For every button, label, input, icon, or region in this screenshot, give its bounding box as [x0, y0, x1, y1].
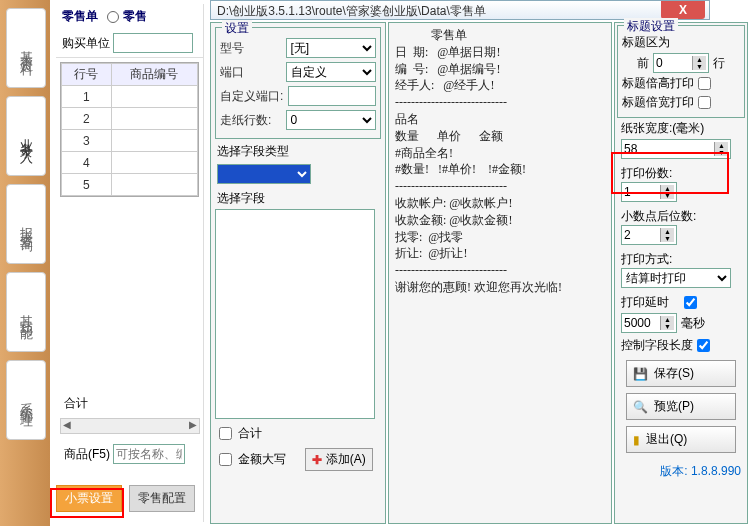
- plus-icon: ✚: [312, 453, 322, 467]
- title-rows-spinner[interactable]: ▲▼: [653, 53, 709, 73]
- buy-unit-input[interactable]: [113, 33, 193, 53]
- print-mode-label: 打印方式:: [621, 251, 741, 268]
- preview-button[interactable]: 🔍 预览(P): [626, 393, 736, 420]
- receipt-settings-button[interactable]: 小票设置: [56, 485, 122, 512]
- model-select[interactable]: [无]: [286, 38, 376, 58]
- paper-width-label: 纸张宽度:(毫米): [621, 120, 741, 137]
- custom-port-input[interactable]: [288, 86, 376, 106]
- col-goods-code[interactable]: 商品编号: [111, 64, 197, 86]
- double-wide-label: 标题倍宽打印: [622, 94, 694, 111]
- spinner-up-icon[interactable]: ▲: [714, 142, 728, 149]
- select-type-label: 选择字段类型: [217, 143, 379, 160]
- copies-spinner[interactable]: ▲▼: [621, 182, 677, 202]
- goods-search-input[interactable]: [113, 444, 185, 464]
- retail-panel: 零售单 零售 购买单位 行号 商品编号 1 2 3 4 5 合计 商品(F5): [56, 4, 204, 522]
- copies-label: 打印份数:: [621, 165, 741, 182]
- title-settings-panel: 标题设置 标题区为 前 ▲▼ 行 标题倍高打印 标题倍宽打印 纸张宽度:(毫米)…: [614, 22, 748, 524]
- retail-radio-icon[interactable]: [107, 11, 119, 23]
- table-row[interactable]: 4: [62, 152, 198, 174]
- double-high-label: 标题倍高打印: [622, 75, 694, 92]
- port-select[interactable]: 自定义: [286, 62, 376, 82]
- model-label: 型号: [220, 40, 282, 57]
- close-button[interactable]: X: [661, 1, 705, 19]
- preview-text: 零售单 日 期: @单据日期! 编 号: @单据编号! 经手人: @经手人! -…: [395, 27, 605, 296]
- add-button[interactable]: ✚ 添加(A): [305, 448, 373, 471]
- spinner-down-icon[interactable]: ▼: [714, 149, 728, 156]
- select-field-label: 选择字段: [217, 190, 379, 207]
- exit-button[interactable]: ▮ 退出(Q): [626, 426, 736, 453]
- settings-group-label: 设置: [222, 20, 252, 37]
- ctrl-len-label: 控制字段长度: [621, 337, 693, 354]
- delay-spinner[interactable]: ▲▼: [621, 313, 677, 333]
- horizontal-scrollbar[interactable]: [60, 418, 200, 434]
- ctrl-len-checkbox[interactable]: [697, 339, 710, 352]
- delay-checkbox[interactable]: [684, 296, 697, 309]
- total-checkbox-label: 合计: [238, 425, 262, 442]
- window-title-bar: D:\创业版3.5.1.13\route\管家婆创业版\Data\零售单 X: [210, 0, 710, 20]
- field-listbox[interactable]: [215, 209, 375, 419]
- side-tab-other[interactable]: 其它功能: [6, 272, 46, 352]
- buy-unit-label: 购买单位: [62, 36, 110, 50]
- title-after-label: 行: [713, 55, 725, 72]
- print-mode-select[interactable]: 结算时打印: [621, 268, 731, 288]
- panel-title: 零售单: [62, 9, 98, 23]
- total-checkbox[interactable]: [219, 427, 232, 440]
- settings-panel: 设置 型号 [无] 端口 自定义 自定义端口: 走纸行数: 0 选择字段类型 选…: [210, 22, 386, 524]
- retail-radio-label: 零售: [123, 9, 147, 23]
- side-tab-system[interactable]: 系统管理: [6, 360, 46, 440]
- double-wide-checkbox[interactable]: [698, 96, 711, 109]
- magnifier-icon: 🔍: [633, 400, 648, 414]
- paper-lines-label: 走纸行数:: [220, 112, 282, 129]
- total-label: 合计: [64, 395, 88, 412]
- version-label: 版本: 1.8.8.990: [615, 459, 747, 484]
- goods-search-label: 商品(F5): [64, 447, 110, 461]
- side-tab-report[interactable]: 报表查询: [6, 184, 46, 264]
- save-icon: 💾: [633, 367, 648, 381]
- uppercase-checkbox-label: 金额大写: [238, 451, 286, 468]
- items-grid: 行号 商品编号 1 2 3 4 5: [60, 62, 199, 197]
- spinner-up-icon[interactable]: ▲: [692, 56, 706, 63]
- col-rownum[interactable]: 行号: [62, 64, 112, 86]
- decimals-spinner[interactable]: ▲▼: [621, 225, 677, 245]
- table-row[interactable]: 5: [62, 174, 198, 196]
- retail-config-button[interactable]: 零售配置: [129, 485, 195, 512]
- field-type-select[interactable]: [217, 164, 311, 184]
- exit-icon: ▮: [633, 433, 640, 447]
- side-tab-entry[interactable]: 业务录入: [6, 96, 46, 176]
- table-row[interactable]: 1: [62, 86, 198, 108]
- save-button[interactable]: 💾 保存(S): [626, 360, 736, 387]
- delay-label: 打印延时: [621, 294, 669, 311]
- uppercase-checkbox[interactable]: [219, 453, 232, 466]
- title-before-label: 前: [637, 55, 649, 72]
- table-row[interactable]: 3: [62, 130, 198, 152]
- sidebar: 基本资料 业务录入 报表查询 其它功能 系统管理: [0, 0, 50, 526]
- paper-lines-select[interactable]: 0: [286, 110, 376, 130]
- decimals-label: 小数点后位数:: [621, 208, 741, 225]
- title-group-label: 标题设置: [624, 18, 678, 35]
- custom-port-label: 自定义端口:: [220, 88, 284, 105]
- delay-unit: 毫秒: [681, 315, 705, 332]
- side-tab-basic[interactable]: 基本资料: [6, 8, 46, 88]
- table-row[interactable]: 2: [62, 108, 198, 130]
- paper-width-spinner[interactable]: ▲▼: [621, 139, 731, 159]
- spinner-down-icon[interactable]: ▼: [692, 63, 706, 70]
- port-label: 端口: [220, 64, 282, 81]
- double-high-checkbox[interactable]: [698, 77, 711, 90]
- paper-width-input[interactable]: [622, 140, 714, 158]
- window-path: D:\创业版3.5.1.13\route\管家婆创业版\Data\零售单: [217, 4, 486, 18]
- title-area-label: 标题区为: [622, 34, 670, 51]
- receipt-preview: 零售单 日 期: @单据日期! 编 号: @单据编号! 经手人: @经手人! -…: [388, 22, 612, 524]
